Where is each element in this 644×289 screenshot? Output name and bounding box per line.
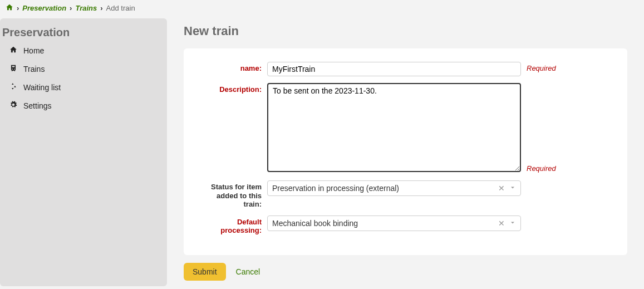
gear-icon — [9, 101, 18, 110]
main-content: New train name: Required Description: Re… — [167, 18, 644, 286]
sidebar-item-settings[interactable]: Settings — [0, 96, 167, 115]
breadcrumb-link[interactable]: Trains — [75, 4, 97, 12]
sidebar-item-home[interactable]: Home — [0, 41, 167, 60]
breadcrumb: › Preservation › Trains › Add train — [0, 0, 644, 18]
sidebar: Preservation Home Trains Waiting list Se… — [0, 18, 167, 286]
status-select[interactable]: Preservation in processing (external) ✕ — [267, 180, 521, 196]
submit-button[interactable]: Submit — [184, 263, 226, 281]
status-selected-value: Preservation in processing (external) — [272, 184, 399, 193]
breadcrumb-active: Add train — [106, 4, 135, 12]
clear-icon[interactable]: ✕ — [498, 219, 505, 228]
sidebar-item-trains[interactable]: Trains — [0, 60, 167, 78]
processing-select[interactable]: Mechanical book binding ✕ — [267, 215, 521, 231]
sidebar-item-waiting-list[interactable]: Waiting list — [0, 78, 167, 96]
chevron-down-icon[interactable] — [509, 219, 516, 228]
name-label: name: — [200, 62, 267, 73]
home-icon[interactable] — [6, 3, 13, 13]
train-icon — [9, 64, 18, 74]
cancel-button[interactable]: Cancel — [236, 267, 260, 276]
breadcrumb-link[interactable]: Preservation — [22, 4, 66, 12]
clear-icon[interactable]: ✕ — [498, 184, 505, 193]
recycle-icon — [9, 82, 18, 92]
sidebar-item-label: Waiting list — [23, 83, 61, 92]
sidebar-item-label: Home — [23, 46, 44, 55]
sidebar-item-label: Trains — [23, 65, 45, 74]
breadcrumb-separator: › — [100, 4, 102, 12]
form-actions: Submit Cancel — [184, 263, 627, 281]
status-label: Status for item added to this train: — [200, 180, 267, 209]
page-title: New train — [184, 24, 627, 38]
breadcrumb-separator: › — [17, 4, 19, 12]
sidebar-item-label: Settings — [23, 101, 52, 110]
name-input[interactable] — [267, 62, 521, 76]
description-label: Description: — [200, 83, 267, 94]
breadcrumb-separator: › — [70, 4, 72, 12]
processing-label: Default processing: — [200, 215, 267, 235]
form-panel: name: Required Description: Required Sta… — [184, 48, 627, 255]
processing-selected-value: Mechanical book binding — [272, 219, 358, 228]
home-icon — [9, 46, 18, 55]
required-hint: Required — [527, 62, 556, 72]
sidebar-title: Preservation — [0, 26, 167, 41]
required-hint: Required — [527, 162, 556, 174]
description-textarea[interactable] — [267, 83, 521, 172]
chevron-down-icon[interactable] — [509, 184, 516, 193]
